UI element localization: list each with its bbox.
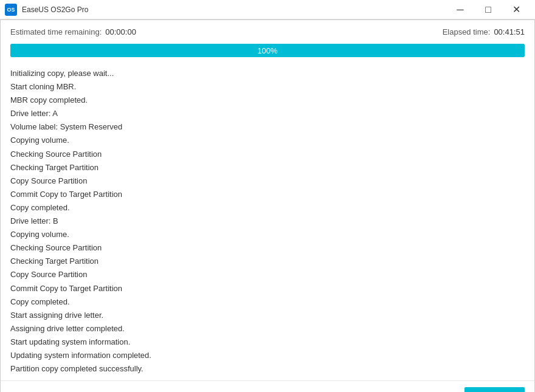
log-line: Commit Copy to Target Partition: [10, 282, 525, 295]
log-line: Copying volume.: [10, 228, 525, 241]
log-line: Partition copy completed successfully.: [10, 362, 525, 376]
progress-container: 100%: [1, 44, 534, 62]
log-line: MBR copy completed.: [10, 94, 525, 107]
log-area[interactable]: Initializing copy, please wait...Start c…: [1, 62, 534, 380]
footer: Finish: [1, 380, 534, 392]
close-button[interactable]: ✕: [502, 0, 530, 19]
elapsed-label: Elapsed time:: [443, 27, 491, 36]
log-line: Checking Target Partition: [10, 161, 525, 174]
log-line: Checking Source Partition: [10, 241, 525, 255]
log-line: Copy completed.: [10, 201, 525, 215]
log-line: Copy Source Partition: [10, 268, 525, 281]
estimated-value: 00:00:00: [105, 27, 136, 36]
log-line: Copy Source Partition: [10, 174, 525, 188]
progress-bar-track: 100%: [10, 44, 525, 57]
maximize-button[interactable]: □: [474, 0, 502, 19]
log-line: Checking Target Partition: [10, 255, 525, 268]
log-line: Start assigning drive letter.: [10, 309, 525, 322]
title-bar: OS EaseUS OS2Go Pro ─ □ ✕: [0, 0, 535, 19]
logo-text: OS: [7, 7, 15, 13]
log-line: Updating system information completed.: [10, 349, 525, 362]
window-title: EaseUS OS2Go Pro: [22, 5, 446, 14]
main-window: Estimated time remaining: 00:00:00 Elaps…: [0, 19, 535, 392]
log-line: Assigning drive letter completed.: [10, 322, 525, 335]
log-line: Volume label: System Reserved: [10, 120, 525, 134]
log-line: Commit Copy to Target Partition: [10, 188, 525, 201]
finish-button[interactable]: Finish: [464, 387, 525, 392]
elapsed-time-info: Elapsed time: 00:41:51: [443, 27, 525, 36]
estimated-time-info: Estimated time remaining: 00:00:00: [10, 27, 136, 36]
window-controls: ─ □ ✕: [446, 0, 530, 19]
header-bar: Estimated time remaining: 00:00:00 Elaps…: [1, 20, 534, 44]
elapsed-value: 00:41:51: [494, 27, 525, 36]
log-line: Start cloning MBR.: [10, 80, 525, 94]
log-line: Drive letter: A: [10, 107, 525, 120]
log-line: Drive letter: B: [10, 215, 525, 228]
log-line: Checking Source Partition: [10, 148, 525, 161]
estimated-label: Estimated time remaining:: [10, 27, 102, 36]
log-line: Copying volume.: [10, 134, 525, 147]
minimize-button[interactable]: ─: [446, 0, 474, 19]
log-line: Initializing copy, please wait...: [10, 67, 525, 80]
app-logo: OS: [5, 4, 17, 16]
log-line: Copy completed.: [10, 295, 525, 309]
log-line: Start updating system information.: [10, 335, 525, 349]
progress-label: 100%: [10, 44, 525, 57]
